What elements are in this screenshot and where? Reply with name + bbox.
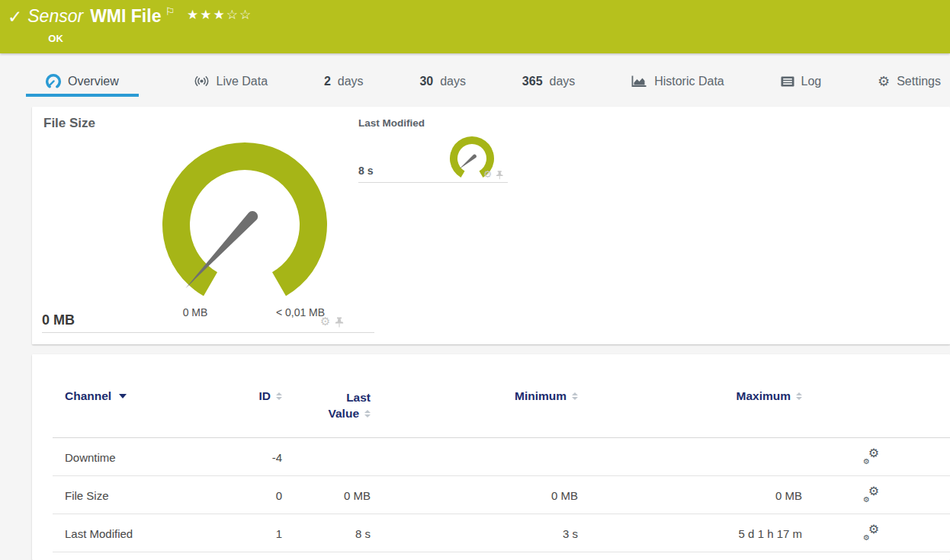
column-label: Last xyxy=(346,389,371,405)
tab-label: days xyxy=(440,75,466,88)
sensor-status-badge: OK xyxy=(48,33,252,44)
column-label: ID xyxy=(259,389,271,403)
sort-icon[interactable] xyxy=(364,410,371,418)
channel-settings-gears-icon[interactable]: ⚙⚙ xyxy=(862,488,879,503)
tab-historic-data[interactable]: Historic Data xyxy=(630,69,726,97)
gear-icon[interactable]: ⚙ xyxy=(320,316,330,328)
tab-overview[interactable]: Overview xyxy=(26,69,139,97)
secondary-gauge-title: Last Modified xyxy=(358,117,425,129)
tab-365-days[interactable]: 365 days xyxy=(521,69,577,97)
tab-2-days[interactable]: 2 days xyxy=(323,69,365,97)
sort-caret-icon[interactable] xyxy=(119,394,127,398)
column-header-id[interactable]: ID xyxy=(223,389,284,403)
column-label: Channel xyxy=(65,389,111,403)
flag-icon[interactable]: ⚐ xyxy=(165,6,175,17)
secondary-gauge-actions: ⚙ xyxy=(483,170,504,180)
sensor-header: ✓ Sensor WMI File ⚐ ★★★☆☆ OK xyxy=(0,0,950,53)
channel-id: -4 xyxy=(223,451,284,464)
primary-gauge-actions: ⚙ xyxy=(320,316,344,328)
table-row-last-modified: Last Modified 1 8 s 3 s 5 d 1 h 17 m ⚙⚙ xyxy=(32,514,950,552)
ok-check-icon: ✓ xyxy=(8,7,22,27)
channel-minimum: 0 MB xyxy=(372,489,579,502)
tab-30-days[interactable]: 30 days xyxy=(418,69,467,97)
channel-maximum: 0 MB xyxy=(579,489,804,502)
column-label: Value xyxy=(329,405,360,421)
tab-live-data[interactable]: Live Data xyxy=(192,69,270,97)
log-icon xyxy=(781,76,794,87)
prtg-sensor-page: ✓ Sensor WMI File ⚐ ★★★☆☆ OK Overview Li… xyxy=(0,0,950,560)
tab-label: Log xyxy=(801,75,822,88)
sensor-title: WMI File xyxy=(90,5,161,27)
tab-log[interactable]: Log xyxy=(779,69,823,97)
sensor-kind-label: Sensor xyxy=(27,5,83,27)
tab-number: 2 xyxy=(324,75,331,88)
gauges-card: File Size 0 MB < 0,01 MB 0 MB ⚙ Last Mod… xyxy=(32,107,950,344)
primary-gauge-value: 0 MB xyxy=(42,312,75,328)
sort-icon[interactable] xyxy=(276,392,282,400)
channels-card: Channel ID Last Value Minimum Maximum xyxy=(32,354,950,560)
gauge-needle xyxy=(459,155,477,169)
gear-icon: ⚙ xyxy=(878,75,890,88)
pin-icon[interactable] xyxy=(496,170,504,179)
module-divider xyxy=(358,182,508,183)
channel-name: Last Modified xyxy=(32,527,223,540)
column-header-channel[interactable]: Channel xyxy=(32,389,223,403)
sort-icon[interactable] xyxy=(796,392,802,400)
sensor-titles: Sensor WMI File ⚐ ★★★☆☆ OK xyxy=(27,5,252,44)
gauge-needle xyxy=(185,211,258,288)
tab-settings[interactable]: ⚙ Settings xyxy=(876,69,942,97)
secondary-gauge-value: 8 s xyxy=(358,165,373,177)
tab-bar: Overview Live Data 2 days 30 days 365 da… xyxy=(0,53,950,97)
channel-settings-gears-icon[interactable]: ⚙⚙ xyxy=(862,450,879,465)
tab-number: 30 xyxy=(419,75,433,88)
column-header-minimum[interactable]: Minimum xyxy=(372,389,579,403)
tab-label: Historic Data xyxy=(654,75,724,88)
tab-number: 365 xyxy=(522,75,543,88)
tab-label: days xyxy=(338,75,364,88)
channel-maximum: 5 d 1 h 17 m xyxy=(579,527,804,540)
channel-last-value: 0 MB xyxy=(284,489,372,502)
channel-name: Downtime xyxy=(32,451,223,464)
table-row-downtime: Downtime -4 ⚙⚙ xyxy=(32,438,950,476)
channel-minimum: 3 s xyxy=(372,527,579,540)
gauge-icon xyxy=(46,74,61,89)
channel-name: File Size xyxy=(32,489,223,502)
gauge-scale-max: < 0,01 MB xyxy=(276,306,325,318)
file-size-gauge[interactable] xyxy=(153,133,336,316)
primary-gauge-title: File Size xyxy=(43,116,95,131)
channel-id: 0 xyxy=(223,489,284,502)
stars-empty[interactable]: ☆☆ xyxy=(226,7,252,22)
module-divider xyxy=(42,332,374,333)
column-label: Minimum xyxy=(515,389,566,403)
channel-last-value: 8 s xyxy=(284,527,372,540)
column-header-maximum[interactable]: Maximum xyxy=(579,389,804,403)
tab-label: Settings xyxy=(897,75,941,88)
sort-icon[interactable] xyxy=(572,392,578,400)
priority-stars[interactable]: ★★★☆☆ xyxy=(187,4,252,25)
pin-icon[interactable] xyxy=(335,317,344,328)
area-chart-icon xyxy=(631,75,647,88)
channel-settings-gears-icon[interactable]: ⚙⚙ xyxy=(862,526,879,541)
gauge-scale-min: 0 MB xyxy=(183,306,208,318)
gear-icon[interactable]: ⚙ xyxy=(483,170,492,180)
tab-label: Overview xyxy=(68,75,119,88)
column-label: Maximum xyxy=(737,389,791,403)
tab-label: Live Data xyxy=(217,75,268,88)
broadcast-icon xyxy=(194,75,210,87)
tab-label: days xyxy=(550,75,576,88)
table-row-file-size: File Size 0 0 MB 0 MB 0 MB ⚙⚙ xyxy=(32,476,950,514)
channel-id: 1 xyxy=(223,527,284,540)
channel-table-header: Channel ID Last Value Minimum Maximum xyxy=(32,354,950,438)
column-header-last-value[interactable]: Last Value xyxy=(284,389,372,421)
stars-filled[interactable]: ★★★ xyxy=(187,7,226,22)
